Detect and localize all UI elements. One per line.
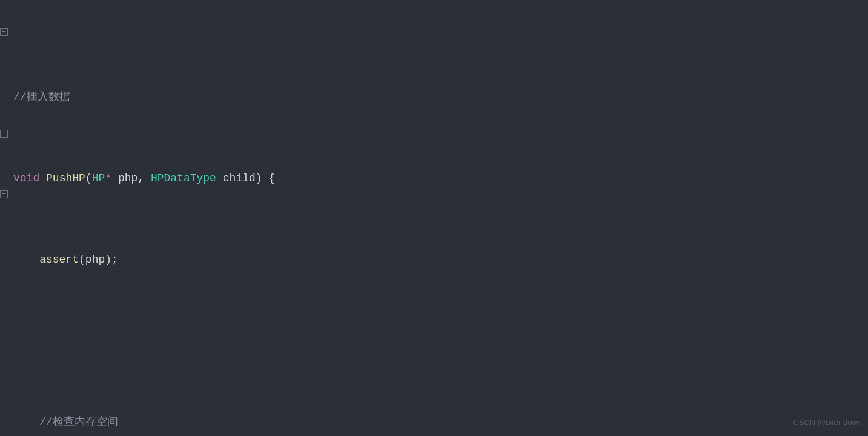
- fold-toggle-icon[interactable]: −: [0, 190, 8, 198]
- code-line: void PushHP(HP* php, HPDataType child) {: [0, 169, 868, 189]
- code-line: //检查内存空间: [0, 412, 868, 433]
- fold-toggle-icon[interactable]: −: [0, 28, 8, 36]
- fold-toggle-icon[interactable]: −: [0, 130, 8, 138]
- code-editor[interactable]: − − − //插入数据 void PushHP(HP* php, HPData…: [0, 0, 868, 436]
- watermark: CSDN @biter down: [793, 412, 862, 433]
- code-line: assert(php);: [0, 250, 868, 270]
- code-line: [0, 331, 868, 352]
- code-line: //插入数据: [0, 87, 868, 108]
